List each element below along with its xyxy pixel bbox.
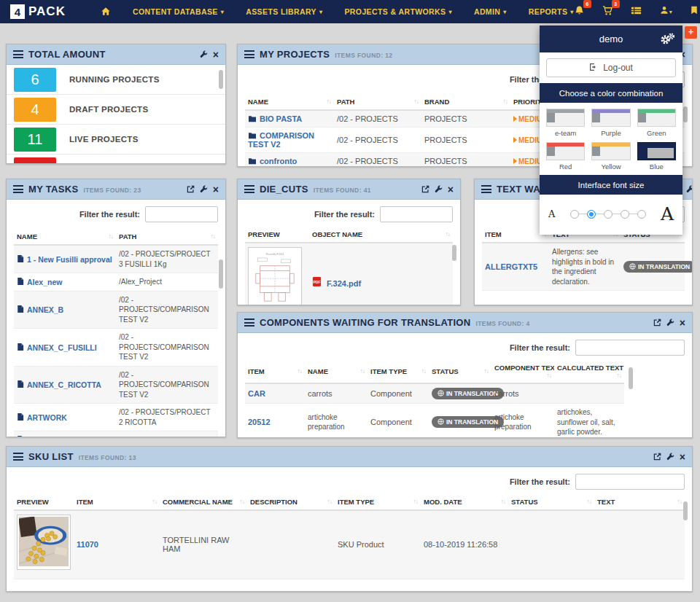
- nav-projects-artworks[interactable]: PROJECTS & ARTWORKS▾: [344, 7, 451, 16]
- theme-swatch-blue[interactable]: Blue: [637, 142, 676, 171]
- task-link[interactable]: 1 - New Fusilli approval: [27, 255, 112, 264]
- drag-handle-icon[interactable]: [244, 185, 254, 193]
- font-size-option-3[interactable]: [604, 210, 612, 219]
- nav-content-database[interactable]: CONTENT DATABASE▾: [133, 7, 224, 16]
- column-header-item-type[interactable]: ITEM TYPE↑↓: [368, 360, 429, 383]
- wrench-icon[interactable]: [200, 50, 208, 58]
- nav-admin[interactable]: ADMIN▾: [474, 7, 507, 16]
- item-link[interactable]: ALLERGTXT5: [485, 262, 537, 271]
- column-header-status[interactable]: STATUS↑↓: [429, 360, 491, 383]
- queue-button[interactable]: [631, 5, 642, 19]
- scrollbar[interactable]: [219, 259, 223, 289]
- drag-handle-icon[interactable]: [481, 185, 491, 193]
- theme-swatch-red[interactable]: Red: [546, 142, 585, 171]
- scrollbar[interactable]: [219, 70, 223, 89]
- font-size-option-2[interactable]: [587, 210, 596, 219]
- settings-gears-icon[interactable]: [660, 33, 675, 47]
- scrollbar[interactable]: [452, 245, 456, 261]
- cart-button[interactable]: 3: [602, 5, 613, 19]
- scrollbar[interactable]: [629, 367, 633, 389]
- sku-link[interactable]: 11070: [77, 540, 98, 549]
- external-link-icon[interactable]: [653, 453, 661, 461]
- font-size-option-4[interactable]: [621, 210, 629, 219]
- column-header-commercial-name[interactable]: COMMERCIAL NAME↑↓: [160, 494, 247, 510]
- wrench-icon[interactable]: [200, 185, 208, 193]
- filter-input[interactable]: [575, 340, 685, 356]
- nav-home[interactable]: [101, 7, 111, 17]
- theme-swatch-purple[interactable]: Purple: [591, 109, 630, 137]
- font-size-header: Interface font size: [540, 175, 682, 195]
- close-icon[interactable]: ×: [680, 318, 685, 328]
- drag-handle-icon[interactable]: [13, 453, 23, 461]
- column-header-name[interactable]: NAME↑↓: [305, 360, 368, 383]
- column-header-item[interactable]: ITEM↑↓: [245, 360, 305, 383]
- die-cut-preview[interactable]: Fustella F.324 « SENSO DI FIBRA »: [248, 247, 302, 305]
- project-link[interactable]: BIO PASTA: [260, 114, 302, 123]
- theme-swatch-e-team[interactable]: e-team: [546, 109, 585, 137]
- drag-handle-icon[interactable]: [244, 318, 254, 327]
- close-icon[interactable]: ×: [680, 452, 685, 462]
- font-size-option-5[interactable]: [637, 210, 646, 219]
- add-button[interactable]: +: [685, 26, 697, 39]
- filter-input[interactable]: [380, 206, 453, 222]
- column-header-path[interactable]: PATH↑↓: [116, 229, 218, 245]
- nav-reports[interactable]: REPORTS▾: [529, 7, 574, 16]
- task-link[interactable]: ARTWORK2: [27, 436, 71, 437]
- sku-preview-image[interactable]: [17, 515, 71, 570]
- close-icon[interactable]: ×: [213, 184, 219, 195]
- task-link[interactable]: ARTWORK: [27, 413, 67, 422]
- column-header-calculated-text[interactable]: CALCULATED TEXT↑↓: [554, 360, 624, 383]
- drag-handle-icon[interactable]: [13, 185, 23, 193]
- wrench-icon[interactable]: [666, 318, 674, 327]
- font-size-option-1[interactable]: [570, 210, 579, 219]
- component-link[interactable]: CAR: [248, 389, 265, 398]
- component-link[interactable]: 20512: [248, 418, 271, 426]
- wrench-icon[interactable]: [666, 453, 674, 461]
- widget-components-waiting: COMPONENTS WAITING FOR TRANSLATION ITEMS…: [237, 312, 693, 438]
- scrollbar[interactable]: [683, 106, 688, 122]
- sort-icon: ↑↓: [677, 498, 682, 505]
- task-link[interactable]: ANNEX_B: [27, 305, 63, 314]
- column-header-item[interactable]: ITEM↑↓: [74, 494, 160, 510]
- task-link[interactable]: Alex_new: [27, 278, 62, 286]
- column-header-description[interactable]: DESCRIPTION↑↓: [247, 494, 335, 510]
- logout-button[interactable]: Log-out: [546, 58, 676, 77]
- column-header-item-type[interactable]: ITEM TYPE↑↓: [335, 494, 421, 510]
- theme-swatch-yellow[interactable]: Yellow: [591, 142, 630, 171]
- column-header-text[interactable]: TEXT↑↓: [594, 494, 685, 510]
- close-icon[interactable]: ×: [213, 50, 219, 60]
- column-header-preview[interactable]: PREVIEW: [14, 494, 74, 510]
- column-header-component-text[interactable]: COMPONENT TEXT↑↓: [491, 360, 554, 383]
- task-link[interactable]: ANNEX_C_FUSILLI: [27, 343, 97, 352]
- project-link[interactable]: COMPARISON TEST V2: [248, 131, 314, 149]
- widget-title: COMPONENTS WAITING FOR TRANSLATION: [260, 317, 470, 328]
- column-header-brand[interactable]: BRAND↑↓: [421, 94, 510, 110]
- nav-assets-library[interactable]: ASSETS LIBRARY▾: [246, 7, 322, 16]
- theme-swatch-green[interactable]: Green: [637, 109, 676, 137]
- drag-handle-icon[interactable]: [244, 50, 254, 58]
- drag-handle-icon[interactable]: [13, 50, 23, 58]
- column-header-object-name[interactable]: OBJECT NAME↑↓: [309, 227, 453, 243]
- external-link-icon[interactable]: [653, 318, 661, 327]
- filter-input[interactable]: [145, 206, 218, 222]
- user-menu-button[interactable]: ▾: [659, 5, 672, 18]
- wrench-icon[interactable]: [435, 185, 443, 193]
- column-header-mod-date[interactable]: MOD. DATE↑↓: [421, 494, 508, 510]
- column-header-status[interactable]: STATUS↑↓: [508, 494, 594, 510]
- close-icon[interactable]: ×: [448, 184, 454, 195]
- die-cut-file-link[interactable]: F.324.pdf: [327, 279, 361, 288]
- project-link[interactable]: confronto: [260, 157, 297, 165]
- app-logo[interactable]: 4 PACK: [10, 4, 66, 19]
- column-header-path[interactable]: PATH↑↓: [334, 94, 421, 110]
- scrollbar[interactable]: [683, 501, 688, 520]
- notifications-button[interactable]: 6: [574, 5, 585, 19]
- column-header-name[interactable]: NAME↑↓: [14, 229, 116, 245]
- bookmark-button[interactable]: [690, 5, 699, 18]
- column-header-preview[interactable]: PREVIEW: [245, 227, 309, 243]
- column-header-name[interactable]: NAME↑↓: [245, 94, 334, 110]
- wrench-icon[interactable]: [686, 185, 693, 193]
- external-link-icon[interactable]: [187, 185, 195, 193]
- task-link[interactable]: ANNEX_C_RICOTTA: [27, 380, 101, 389]
- external-link-icon[interactable]: [421, 185, 429, 193]
- filter-input[interactable]: [575, 474, 685, 490]
